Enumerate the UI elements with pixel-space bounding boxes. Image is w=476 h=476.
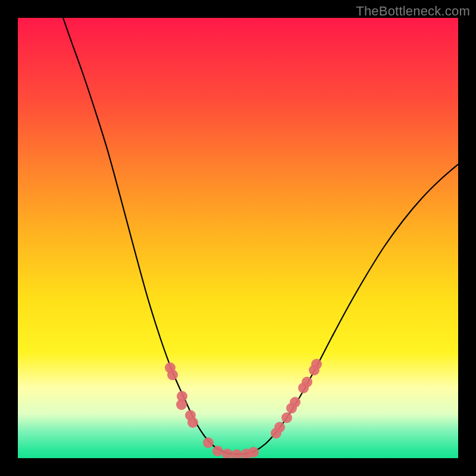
data-marker	[302, 377, 312, 387]
data-marker	[176, 399, 187, 410]
watermark-text: TheBottleneck.com	[356, 4, 470, 19]
curve-layer	[18, 18, 458, 458]
bottleneck-curve-right	[233, 164, 458, 454]
data-marker	[212, 446, 223, 456]
data-marker	[281, 412, 292, 423]
data-marker	[187, 417, 198, 428]
data-marker	[311, 359, 322, 369]
chart-frame: TheBottleneck.com	[0, 0, 476, 476]
data-marker	[290, 397, 300, 408]
data-marker	[248, 447, 259, 458]
data-marker	[274, 422, 285, 433]
data-marker	[167, 369, 178, 380]
data-marker	[231, 449, 242, 458]
plot-area	[18, 18, 458, 458]
bottleneck-curve-left	[63, 18, 233, 454]
data-marker	[203, 437, 214, 448]
data-marker	[222, 449, 233, 458]
